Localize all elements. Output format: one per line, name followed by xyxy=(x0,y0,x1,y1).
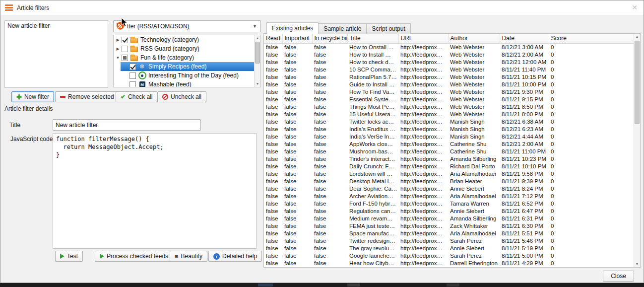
scroll-down-icon[interactable]: ▼ xyxy=(634,261,640,267)
table-cell: Tamara Warren xyxy=(448,200,500,207)
table-row[interactable]: falsefalsefalseDaily Crunch: F…http://fe… xyxy=(264,162,634,170)
scroll-down-icon[interactable]: ▼ xyxy=(255,81,260,87)
checkbox[interactable] xyxy=(122,55,128,61)
table-row[interactable]: falsefalsefalseHow To Find Va…http://fee… xyxy=(264,88,634,95)
table-row[interactable]: falsefalsefalseArcher Aviation…http://fe… xyxy=(264,192,634,200)
table-row[interactable]: falsefalsefalseDesktop Metal i…http://fe… xyxy=(264,177,634,185)
tab-script-output[interactable]: Script output xyxy=(366,23,410,34)
column-header[interactable]: Author xyxy=(448,34,500,43)
close-icon[interactable]: ✕ xyxy=(632,3,638,11)
table-cell: false xyxy=(312,80,347,88)
table-row[interactable]: falsefalsefalseThe gray revolu…http://fe… xyxy=(264,244,634,252)
taskbar-strip xyxy=(0,283,644,287)
tree-item[interactable]: ▶RSS Guard (category) xyxy=(114,44,254,53)
checkbox[interactable] xyxy=(129,81,136,88)
column-header[interactable]: Title xyxy=(347,34,398,43)
checkbox[interactable] xyxy=(129,64,136,70)
tree-item[interactable]: Simply Recipes (feed) xyxy=(114,62,254,71)
table-row[interactable]: falsefalsefalseMedium revam…http://feedp… xyxy=(264,215,634,222)
column-header[interactable]: Important xyxy=(282,34,312,43)
scroll-up-icon[interactable]: ▲ xyxy=(634,34,640,40)
table-cell: false xyxy=(264,237,282,244)
chevron-right-icon[interactable]: ▶ xyxy=(115,47,121,51)
column-header[interactable]: Read xyxy=(264,34,282,43)
checkbox[interactable] xyxy=(122,37,128,43)
table-cell: Web Webster xyxy=(448,73,500,80)
account-combobox[interactable]: tter (RSS/ATOM/JSON) ▼ xyxy=(113,20,261,32)
scrollbar-thumb[interactable] xyxy=(635,41,640,124)
table-cell: false xyxy=(282,88,312,95)
table-cell: 0 xyxy=(549,222,634,229)
column-header[interactable]: In recycle bin xyxy=(312,34,347,43)
table-row[interactable]: falsefalsefalseRationalPlan 5.7…http://f… xyxy=(264,73,634,80)
checkbox[interactable] xyxy=(129,72,136,79)
table-row[interactable]: falsefalsefalseIndia's VerSe In…http://f… xyxy=(264,133,634,140)
table-row[interactable]: falsefalsefalseDear Sophie: Ca…http://fe… xyxy=(264,185,634,192)
table-row[interactable]: falsefalsefalse15 Useful Usera…http://fe… xyxy=(264,110,634,118)
table-row[interactable]: falsefalsefalseHow to Onstall …http://fe… xyxy=(264,43,634,51)
table-row[interactable]: falsefalsefalseIndia's Eruditus …http://… xyxy=(264,125,634,133)
table-row[interactable]: falsefalsefalseHow to Install …http://fe… xyxy=(264,51,634,58)
table-row[interactable]: falsefalsefalseFord F-150 hybr…http://fe… xyxy=(264,200,634,207)
scroll-up-icon[interactable]: ▲ xyxy=(255,35,260,41)
scrollbar-thumb[interactable] xyxy=(255,42,260,64)
table-cell: http://feedprox… xyxy=(398,125,448,133)
tree-item[interactable]: Mashable (feed) xyxy=(114,80,254,87)
table-row[interactable]: falsefalsefalseAppWorks clos…http://feed… xyxy=(264,140,634,147)
new-filter-button[interactable]: ✚ New filter xyxy=(11,91,54,102)
uncheck-all-button[interactable]: Uncheck all xyxy=(157,91,206,102)
process-checked-feeds-button[interactable]: Process checked feeds xyxy=(95,251,173,262)
column-header[interactable]: Score xyxy=(549,34,634,43)
table-row[interactable]: falsefalsefalseMushroom-bas…http://feedp… xyxy=(264,147,634,155)
table-row[interactable]: falsefalsefalse10 SCP Comma…http://feedp… xyxy=(264,66,634,73)
chevron-down-icon[interactable]: ▼ xyxy=(115,56,121,60)
tab-sample-article[interactable]: Sample article xyxy=(318,23,367,34)
table-row[interactable]: falsefalsefalseGoogle launche…http://fee… xyxy=(264,252,634,259)
table-row[interactable]: falsefalsefalseGuide to Install …http://… xyxy=(264,80,634,88)
table-row[interactable]: falsefalsefalseHear how Cityb…http://fee… xyxy=(264,259,634,267)
table-row[interactable]: falsefalsefalseRegulations can…http://fe… xyxy=(264,207,634,215)
table-row[interactable]: falsefalsefalseTwitter locks ac…http://f… xyxy=(264,118,634,125)
table-cell: 8/11/21 10:23 PM xyxy=(500,155,549,162)
tab-existing-articles[interactable]: Existing articles xyxy=(266,22,319,34)
table-row[interactable]: falsefalsefalseFEMA just teste…http://fe… xyxy=(264,222,634,229)
table-row[interactable]: falsefalsefalseEssential Syste…http://fe… xyxy=(264,95,634,103)
column-header[interactable]: URL xyxy=(398,34,448,43)
table-cell: Space manufac… xyxy=(347,229,398,237)
test-button[interactable]: Test xyxy=(55,251,83,262)
uncheck-all-label: Uncheck all xyxy=(171,93,201,100)
table-row[interactable]: falsefalsefalseThings Most Pe…http://fee… xyxy=(264,103,634,110)
table-row[interactable]: falsefalsefalseHow to check d…http://fee… xyxy=(264,58,634,66)
title-input[interactable] xyxy=(53,119,201,131)
table-row[interactable]: falsefalsefalseLordstown will …http://fe… xyxy=(264,170,634,177)
table-cell: http://feedprox… xyxy=(398,147,448,155)
filter-list-item[interactable]: New article filter xyxy=(5,21,108,31)
beautify-button[interactable]: ≡ Beautify xyxy=(170,251,207,262)
tree-item[interactable]: ▶Technology (category) xyxy=(114,35,254,44)
tree-item[interactable]: ▼Fun & life (category) xyxy=(114,53,254,62)
table-cell: AppWorks clos… xyxy=(347,140,398,147)
table-cell: 0 xyxy=(549,147,634,155)
js-code-editor[interactable]: function filterMessage() { return Messag… xyxy=(53,133,257,249)
checkbox[interactable] xyxy=(122,46,128,52)
table-scrollbar[interactable]: ▲ ▼ xyxy=(634,34,640,267)
chevron-right-icon[interactable]: ▶ xyxy=(115,38,121,42)
check-all-button[interactable]: ✔ Check all xyxy=(116,91,157,102)
article-filters-dialog: Article filters ✕ New article filter tte… xyxy=(0,0,644,283)
table-cell: India's Eruditus … xyxy=(347,125,398,133)
filter-list[interactable]: New article filter xyxy=(4,20,108,88)
detailed-help-button[interactable]: i Detailed help xyxy=(208,251,262,262)
table-cell: false xyxy=(264,80,282,88)
tree-scrollbar[interactable]: ▲ ▼ xyxy=(254,35,260,87)
table-cell: 0 xyxy=(549,110,634,118)
table-row[interactable]: falsefalsefalseSpace manufac…http://feed… xyxy=(264,229,634,237)
table-cell: Lordstown will … xyxy=(347,170,398,177)
close-button[interactable]: Close xyxy=(603,271,634,282)
table-row[interactable]: falsefalsefalseTwitter redesign…http://f… xyxy=(264,237,634,244)
table-cell: false xyxy=(264,66,282,73)
feeds-tree[interactable]: ▶Technology (category)▶RSS Guard (catego… xyxy=(113,35,261,87)
remove-selected-button[interactable]: Remove selected xyxy=(55,91,119,102)
tree-item[interactable]: Interesting Thing of the Day (feed) xyxy=(114,71,254,80)
table-row[interactable]: falsefalsefalseTinder's interact…http://… xyxy=(264,155,634,162)
column-header[interactable]: Date xyxy=(500,34,549,43)
